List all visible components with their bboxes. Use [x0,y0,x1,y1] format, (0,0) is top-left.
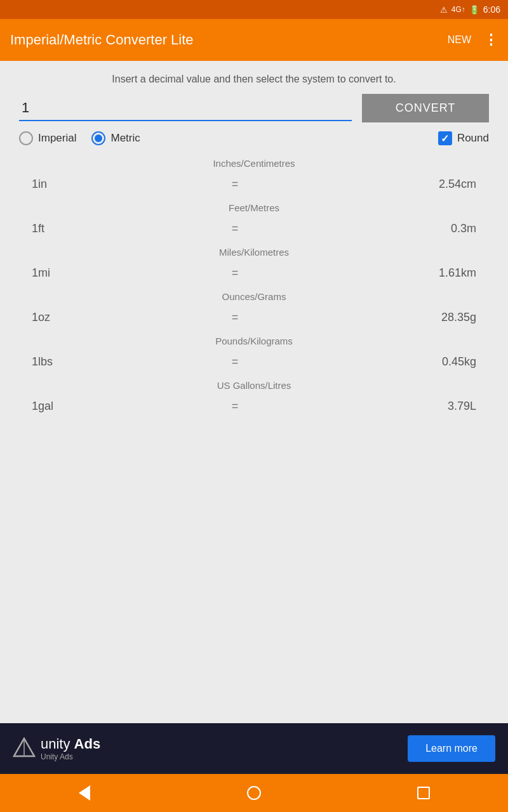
ad-brand-bold: Ads [74,736,101,752]
convert-button[interactable]: CONVERT [362,94,489,122]
imperial-radio-outer [19,131,33,145]
menu-button[interactable]: ⋮ [484,32,498,48]
row-ounces: 1oz = 28.35g [19,306,489,329]
from-inches: 1in [32,178,95,191]
to-km: 1.61km [375,266,476,280]
row-inches: 1in = 2.54cm [19,173,489,196]
signal-icon: 4G↑ [451,5,465,14]
category-miles: Miles/Kilometres [19,247,489,258]
to-litres: 3.79L [375,400,476,413]
recents-button[interactable] [408,778,439,808]
unity-logo: unity Ads Unity Ads [13,736,100,761]
learn-more-button[interactable]: Learn more [408,735,495,762]
from-ounces: 1oz [32,311,95,324]
unity-icon [13,737,36,760]
back-icon [79,785,90,801]
equals-pounds: = [95,355,375,369]
conversion-pounds: Pounds/Kilograms 1lbs = 0.45kg [19,336,489,374]
from-feet: 1ft [32,222,95,235]
ad-banner: unity Ads Unity Ads Learn more [0,723,508,774]
row-gallons: 1gal = 3.79L [19,395,489,418]
home-button[interactable] [239,778,269,808]
input-row: CONVERT [19,94,489,122]
metric-radio-inner [95,134,102,142]
battery-icon: 🔋 [469,5,479,15]
ad-text: unity Ads Unity Ads [41,736,100,761]
status-icons: ⚠ 4G↑ 🔋 6:06 [440,4,500,15]
to-kg: 0.45kg [375,355,476,369]
app-title: Imperial/Metric Converter Lite [10,32,438,48]
category-ounces: Ounces/Grams [19,291,489,302]
conversion-feet: Feet/Metres 1ft = 0.3m [19,202,489,240]
round-label-text: Round [457,132,489,145]
bottom-nav [0,774,508,812]
conversion-ounces: Ounces/Grams 1oz = 28.35g [19,291,489,329]
equals-feet: = [95,222,375,235]
options-row: Imperial Metric ✓ Round [19,131,489,145]
ad-sub-text: Unity Ads [41,752,100,761]
category-gallons: US Gallons/Litres [19,380,489,391]
equals-inches: = [95,178,375,191]
conversion-miles: Miles/Kilometres 1mi = 1.61km [19,247,489,285]
ad-brand-text: unity Ads [41,736,100,752]
metric-radio-outer [91,131,105,145]
from-pounds: 1lbs [32,355,95,369]
main-content: Insert a decimal value and then select t… [0,61,508,723]
row-feet: 1ft = 0.3m [19,217,489,240]
equals-miles: = [95,266,375,280]
status-time: 6:06 [483,4,500,15]
category-pounds: Pounds/Kilograms [19,336,489,346]
conversion-gallons: US Gallons/Litres 1gal = 3.79L [19,380,489,418]
from-gallons: 1gal [32,400,95,413]
row-miles: 1mi = 1.61km [19,261,489,285]
new-button[interactable]: NEW [448,34,471,46]
metric-label: Metric [110,132,140,145]
app-bar-actions: NEW ⋮ [448,32,498,48]
value-input[interactable] [19,96,352,121]
imperial-label: Imperial [38,132,76,145]
category-feet: Feet/Metres [19,202,489,213]
svg-line-3 [14,738,24,756]
metric-radio[interactable]: Metric [91,131,140,145]
equals-ounces: = [95,311,375,324]
conversion-inches: Inches/Centimetres 1in = 2.54cm [19,158,489,196]
imperial-radio[interactable]: Imperial [19,131,76,145]
to-metres: 0.3m [375,222,476,235]
equals-gallons: = [95,400,375,413]
alert-icon: ⚠ [440,5,448,15]
status-bar: ⚠ 4G↑ 🔋 6:06 [0,0,508,19]
checkmark-icon: ✓ [441,133,449,145]
round-checkbox-label[interactable]: ✓ Round [438,131,489,145]
to-cm: 2.54cm [375,178,476,191]
to-grams: 28.35g [375,311,476,324]
back-button[interactable] [69,778,100,808]
row-pounds: 1lbs = 0.45kg [19,350,489,374]
conversion-list: Inches/Centimetres 1in = 2.54cm Feet/Met… [19,158,489,418]
app-bar: Imperial/Metric Converter Lite NEW ⋮ [0,19,508,61]
from-miles: 1mi [32,266,95,280]
round-checkbox[interactable]: ✓ [438,131,452,145]
category-inches: Inches/Centimetres [19,158,489,169]
instruction-text: Insert a decimal value and then select t… [19,74,489,85]
home-icon [247,786,261,800]
recents-icon [417,787,430,799]
